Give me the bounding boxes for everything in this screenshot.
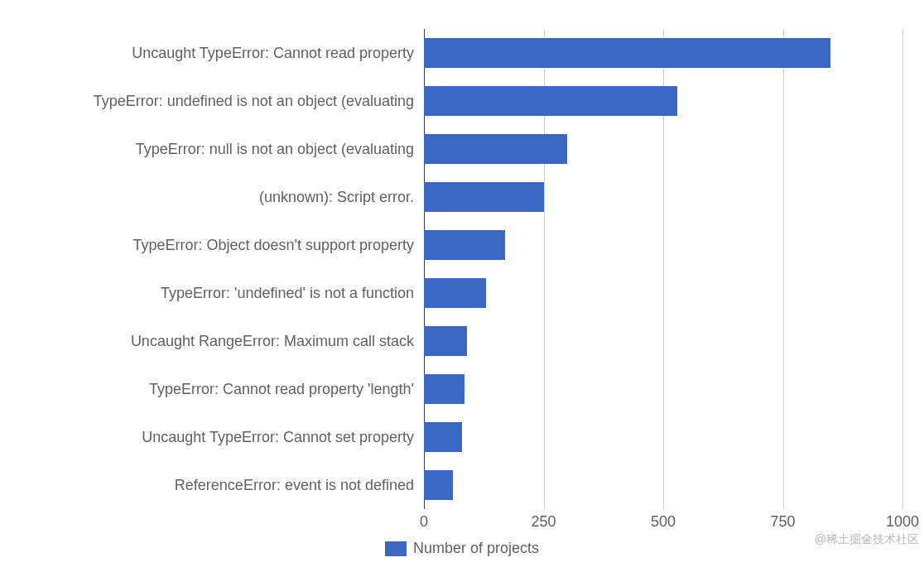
bar-row	[424, 326, 467, 356]
bar-row	[424, 230, 505, 260]
bar	[424, 38, 830, 68]
bar	[424, 230, 505, 260]
legend: Number of projects	[0, 540, 924, 557]
x-tick-label: 750	[770, 513, 795, 531]
bar-row	[424, 38, 830, 68]
bar	[424, 374, 464, 404]
grid-line	[902, 29, 903, 509]
x-tick-label: 250	[531, 513, 556, 531]
bar	[424, 86, 677, 116]
x-tick-label: 1000	[886, 513, 919, 531]
bar-row	[424, 134, 567, 164]
grid-line	[783, 29, 784, 509]
y-tick-label: (unknown): Script error.	[259, 189, 414, 206]
y-tick-label: Uncaught RangeError: Maximum call stack	[131, 333, 414, 350]
y-tick-label: TypeError: undefined is not an object (e…	[94, 93, 414, 110]
y-tick-label: TypeError: Cannot read property 'length'	[149, 381, 414, 398]
y-tick-label: Uncaught TypeError: Cannot read property	[132, 45, 414, 62]
x-tick-label: 0	[420, 513, 428, 531]
bar	[424, 422, 462, 452]
bar	[424, 326, 467, 356]
bar	[424, 470, 453, 500]
y-tick-label: ReferenceError: event is not defined	[175, 477, 414, 494]
bar-row	[424, 422, 462, 452]
y-tick-label: TypeError: 'undefined' is not a function	[161, 285, 414, 302]
bar-row	[424, 278, 486, 308]
legend-swatch	[385, 541, 407, 556]
plot-area	[424, 29, 902, 509]
bar	[424, 278, 486, 308]
y-tick-label: TypeError: Object doesn't support proper…	[132, 237, 414, 254]
y-tick-label: TypeError: null is not an object (evalua…	[136, 141, 414, 158]
bar-row	[424, 182, 544, 212]
bar-row	[424, 374, 464, 404]
y-tick-label: Uncaught TypeError: Cannot set property	[142, 429, 414, 446]
x-tick-label: 500	[651, 513, 676, 531]
bar-row	[424, 86, 677, 116]
watermark: @稀土掘金技术社区	[815, 532, 919, 547]
bar-row	[424, 470, 453, 500]
bar	[424, 182, 544, 212]
chart-container: Number of projects @稀土掘金技术社区 02505007501…	[0, 0, 924, 572]
legend-label: Number of projects	[413, 540, 539, 557]
bar	[424, 134, 567, 164]
